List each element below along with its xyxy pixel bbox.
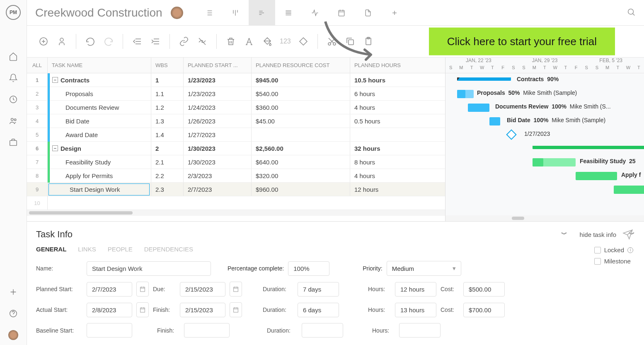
calendar-icon[interactable]	[136, 302, 149, 317]
baseline-finish-input[interactable]	[184, 323, 230, 338]
hours-input[interactable]	[395, 282, 436, 297]
logo[interactable]: PM	[6, 5, 21, 20]
finish-input[interactable]	[180, 303, 225, 317]
search-icon[interactable]	[627, 7, 636, 18]
collapse-icon[interactable]: ︾	[561, 231, 567, 239]
table-row[interactable]: 5 Award Date 1.4 1/27/2023	[27, 128, 445, 142]
info-icon[interactable]: i	[627, 247, 633, 253]
unlink-icon[interactable]	[196, 36, 208, 47]
svg-rect-15	[234, 287, 238, 292]
tab-links[interactable]: LINKS	[78, 246, 96, 253]
locked-checkbox[interactable]: Lockedi	[594, 246, 633, 253]
view-list[interactable]	[196, 0, 222, 26]
col-wbs[interactable]: WBS	[151, 58, 184, 73]
table-row[interactable]: 7 Feasibility Study 2.1 1/30/2023 $640.0…	[27, 155, 445, 169]
actual-start-input[interactable]	[87, 303, 132, 317]
svg-rect-16	[140, 308, 145, 312]
view-sheet[interactable]	[275, 0, 302, 26]
people-icon[interactable]	[8, 116, 18, 126]
name-input[interactable]	[87, 261, 211, 276]
svg-point-2	[14, 119, 16, 121]
cost2-input[interactable]	[463, 303, 505, 317]
table-row[interactable]: 6 −Design 2 1/30/2023 $2,560.00 32 hours	[27, 142, 445, 155]
home-icon[interactable]	[8, 51, 18, 61]
toolbar: 123 Click here to start your free trial	[27, 26, 644, 57]
collapse-icon[interactable]: −	[52, 145, 58, 151]
table-row[interactable]: 1 −Contracts 1 1/23/2023 $945.00 10.5 ho…	[27, 73, 445, 87]
milestone-marker[interactable]	[506, 129, 516, 140]
duration-input[interactable]	[298, 282, 339, 297]
view-board[interactable]	[222, 0, 249, 26]
add-task-icon[interactable]	[38, 36, 49, 47]
col-start[interactable]: PLANNED START ...	[184, 58, 252, 73]
text-icon[interactable]	[243, 36, 255, 47]
help-icon[interactable]	[8, 309, 18, 318]
calendar-icon[interactable]	[230, 302, 242, 317]
undo-icon[interactable]	[85, 36, 96, 47]
col-all[interactable]: ALL	[27, 58, 48, 73]
user-avatar[interactable]	[8, 330, 18, 340]
gantt-scrollbar[interactable]	[445, 215, 644, 221]
view-gantt[interactable]	[249, 0, 275, 26]
pct-input[interactable]	[288, 261, 329, 276]
duration2-input[interactable]	[298, 303, 339, 317]
hours2-input[interactable]	[395, 303, 436, 317]
view-add[interactable]	[381, 0, 408, 26]
redo-icon[interactable]	[103, 36, 114, 47]
table-row[interactable]: 9 Start Design Work 2.3 2/7/2023 $960.00…	[27, 183, 445, 196]
project-title: Creekwood Construction	[35, 6, 162, 19]
plus-icon[interactable]	[8, 287, 18, 297]
table-row[interactable]: 2 Proposals 1.1 1/23/2023 $540.00 6 hour…	[27, 87, 445, 101]
milestone-checkbox[interactable]: Milestone	[594, 258, 633, 265]
table-row[interactable]: 8 Apply for Permits 2.2 2/3/2023 $320.00…	[27, 169, 445, 183]
cta-banner[interactable]: Click here to start your free trial	[429, 28, 615, 55]
task-grid: ALL TASK NAME WBS PLANNED START ... PLAN…	[27, 58, 445, 221]
project-avatar[interactable]	[171, 7, 183, 19]
svg-rect-3	[10, 140, 17, 145]
cost-input[interactable]	[463, 282, 505, 297]
sidebar: PM	[0, 0, 27, 345]
tab-dependencies[interactable]: DEPENDENCIES	[144, 246, 193, 253]
calendar-icon[interactable]	[230, 282, 242, 297]
task-info-title: Task Info	[36, 229, 73, 240]
fill-icon[interactable]	[261, 36, 273, 47]
link-icon[interactable]	[178, 36, 190, 47]
send-icon[interactable]	[622, 229, 633, 241]
indent-icon[interactable]	[150, 36, 161, 47]
svg-rect-14	[140, 287, 145, 292]
milestone-icon[interactable]	[298, 36, 309, 47]
number-format[interactable]: 123	[280, 38, 291, 45]
clock-icon[interactable]	[8, 94, 18, 104]
assign-icon[interactable]	[56, 36, 68, 47]
task-info-panel: Task Info ︾ hide task info ︾ GENERALLINK…	[27, 221, 644, 345]
tab-people[interactable]: PEOPLE	[108, 246, 133, 253]
col-task[interactable]: TASK NAME	[48, 58, 151, 73]
priority-select[interactable]: Medium▾	[387, 261, 461, 276]
grid-scrollbar[interactable]	[27, 210, 445, 216]
briefcase-icon[interactable]	[8, 138, 18, 147]
gantt-chart[interactable]: JAN, 22 '23JAN, 29 '23FEB, 5 '23 SMTWTFS…	[445, 58, 644, 221]
collapse-icon[interactable]: −	[52, 77, 58, 83]
baseline-duration-input[interactable]	[302, 323, 343, 338]
tab-general[interactable]: GENERAL	[36, 246, 66, 253]
cta-arrow	[317, 17, 383, 67]
delete-icon[interactable]	[225, 36, 237, 47]
svg-rect-5	[339, 10, 344, 16]
svg-point-8	[60, 38, 63, 41]
calendar-icon[interactable]	[136, 282, 149, 297]
baseline-start-input[interactable]	[87, 323, 132, 338]
baseline-hours-input[interactable]	[399, 323, 441, 338]
table-row[interactable]: 3 Documents Review 1.2 1/24/2023 $360.00…	[27, 101, 445, 114]
svg-point-1	[11, 118, 14, 121]
svg-rect-17	[234, 308, 238, 312]
hide-task-info[interactable]: hide task info	[580, 231, 616, 238]
planned-start-input[interactable]	[87, 282, 132, 297]
outdent-icon[interactable]	[131, 36, 143, 47]
bell-icon[interactable]	[8, 73, 18, 83]
svg-point-6	[628, 9, 634, 14]
table-row[interactable]: 4 Bid Date 1.3 1/26/2023 $45.00 0.5 hour…	[27, 114, 445, 128]
due-input[interactable]	[180, 282, 225, 297]
